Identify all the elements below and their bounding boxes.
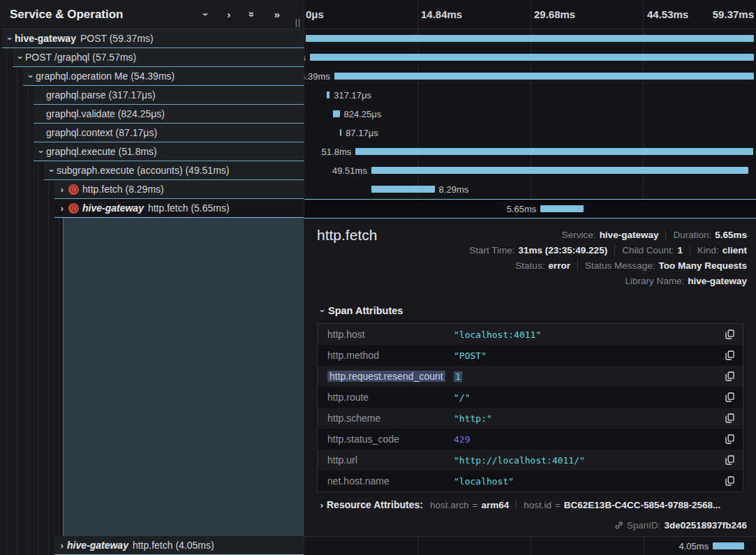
attribute-row[interactable]: http.method"POST" bbox=[318, 345, 743, 366]
link-icon[interactable] bbox=[614, 521, 623, 531]
attribute-row[interactable]: http.route"/" bbox=[318, 387, 743, 408]
timeline-row[interactable]: 4.05ms bbox=[304, 537, 756, 555]
span-row-box[interactable]: graphql.parse (317.17μs) bbox=[34, 86, 304, 105]
tree-row[interactable]: ›hive-gatewayhttp.fetch (4.05ms) bbox=[0, 536, 304, 555]
span-row-box[interactable]: ›subgraph.execute (accounts) (49.51ms) bbox=[44, 161, 304, 180]
operation-label: POST /graphql (57.57ms) bbox=[25, 52, 136, 63]
attribute-key[interactable]: http.scheme bbox=[327, 413, 454, 424]
span-row-box[interactable]: ›hive-gatewayPOST (59.37ms) bbox=[2, 29, 304, 48]
attribute-value[interactable]: "localhost" bbox=[454, 476, 718, 487]
span-bar[interactable] bbox=[371, 186, 435, 193]
copy-icon[interactable] bbox=[718, 371, 734, 381]
copy-icon[interactable] bbox=[718, 330, 734, 339]
span-attributes-table: http.host"localhost:4011"http.method"POS… bbox=[317, 323, 743, 492]
chevron-down-icon[interactable]: › bbox=[16, 52, 25, 62]
operation-label: POST (59.37ms) bbox=[80, 33, 154, 44]
chevron-right-icon[interactable]: › bbox=[227, 9, 230, 20]
attribute-value[interactable]: 429 bbox=[454, 434, 718, 445]
tree-row[interactable]: ›!http.fetch (8.29ms) bbox=[0, 180, 304, 199]
span-row-box[interactable]: graphql.context (87.17μs) bbox=[34, 124, 304, 142]
span-bar[interactable] bbox=[327, 91, 329, 98]
span-bar[interactable] bbox=[306, 35, 754, 42]
timeline-row[interactable] bbox=[304, 29, 756, 48]
chevron-down-icon[interactable]: › bbox=[37, 147, 46, 156]
timeline-row[interactable]: 5.65ms bbox=[304, 199, 756, 218]
attribute-key[interactable]: http.status_code bbox=[327, 434, 454, 445]
copy-icon[interactable] bbox=[718, 350, 734, 360]
attribute-key[interactable]: http.request.resend_count bbox=[327, 371, 454, 382]
attribute-value[interactable]: "localhost:4011" bbox=[454, 330, 718, 340]
attribute-row[interactable]: http.scheme"http:" bbox=[318, 408, 743, 429]
attribute-row[interactable]: http.url"http://localhost:4011/" bbox=[318, 450, 743, 471]
span-bar[interactable] bbox=[355, 148, 753, 155]
span-duration-label: 4.05ms bbox=[679, 537, 709, 555]
panel-resize-handle[interactable]: || bbox=[295, 17, 301, 27]
chevron-right-icon[interactable]: › bbox=[57, 204, 67, 213]
attribute-row[interactable]: http.host"localhost:4011" bbox=[318, 324, 743, 345]
span-bar[interactable] bbox=[713, 542, 744, 549]
copy-icon[interactable] bbox=[718, 392, 734, 402]
timeline-row[interactable]: 87.17μs bbox=[304, 124, 756, 142]
timeline-row[interactable]: 317.17μs bbox=[304, 86, 756, 105]
span-duration-label: 8.29ms bbox=[439, 180, 469, 199]
span-row-box[interactable]: graphql.validate (824.25μs) bbox=[34, 105, 304, 124]
chevron-right-icon[interactable]: › bbox=[57, 185, 67, 194]
tree-row[interactable]: ›POST /graphql (57.57ms) bbox=[0, 48, 304, 67]
span-row-box[interactable]: ›POST /graphql (57.57ms) bbox=[13, 48, 304, 67]
span-row-box[interactable]: ›hive-gatewayhttp.fetch (4.05ms) bbox=[54, 536, 304, 555]
timeline-row[interactable]: 8.29ms bbox=[304, 180, 756, 199]
tree-row[interactable]: ›hive-gatewayPOST (59.37ms) bbox=[0, 29, 304, 48]
attribute-key[interactable]: http.host bbox=[327, 329, 454, 340]
chevron-right-icon[interactable]: › bbox=[317, 501, 327, 510]
attribute-key[interactable]: http.route bbox=[327, 392, 454, 403]
copy-icon[interactable] bbox=[718, 476, 734, 486]
attribute-value[interactable]: "http:" bbox=[454, 413, 718, 424]
chevron-down-icon[interactable]: › bbox=[6, 34, 15, 43]
tree-row[interactable]: ›subgraph.execute (accounts) (49.51ms) bbox=[0, 161, 304, 180]
span-bar[interactable] bbox=[333, 110, 340, 117]
span-bar[interactable] bbox=[540, 205, 584, 212]
span-bar[interactable] bbox=[310, 54, 754, 61]
timeline-row[interactable]: 824.25μs bbox=[304, 105, 756, 124]
attribute-row[interactable]: http.status_code429 bbox=[318, 429, 743, 450]
attribute-value[interactable]: "/" bbox=[454, 392, 718, 403]
resource-attributes-row[interactable]: ›Resource Attributes:host.arch=arm64host… bbox=[317, 499, 744, 510]
chevron-down-icon[interactable]: › bbox=[27, 71, 36, 81]
span-row-box[interactable]: ›graphql.execute (51.8ms) bbox=[34, 142, 304, 161]
tree-row[interactable]: graphql.validate (824.25μs) bbox=[0, 105, 304, 124]
double-chevron-right-icon[interactable]: » bbox=[274, 9, 280, 20]
span-row-box[interactable]: ›graphql.operation Me (54.39ms) bbox=[23, 67, 304, 86]
attribute-key[interactable]: http.method bbox=[327, 350, 454, 361]
attribute-value[interactable]: "http://localhost:4011/" bbox=[454, 455, 718, 466]
tree-row[interactable]: ›!hive-gatewayhttp.fetch (5.65ms) bbox=[0, 199, 304, 218]
attribute-row[interactable]: net.host.name"localhost" bbox=[318, 471, 743, 491]
copy-icon[interactable] bbox=[718, 413, 734, 423]
chevron-down-icon[interactable]: › bbox=[47, 165, 57, 175]
attribute-key[interactable]: http.url bbox=[327, 454, 454, 466]
tree-row[interactable]: ›graphql.operation Me (54.39ms) bbox=[0, 67, 304, 86]
timeline-row[interactable]: 54.39ms bbox=[304, 67, 756, 86]
span-bar[interactable] bbox=[340, 129, 341, 136]
tree-row[interactable]: graphql.parse (317.17μs) bbox=[0, 86, 304, 105]
timeline-row[interactable]: 49.51ms bbox=[304, 161, 756, 180]
span-row-box[interactable]: ›!http.fetch (8.29ms) bbox=[54, 180, 304, 199]
timeline-row[interactable]: 57.57ms bbox=[304, 48, 756, 67]
span-attributes-header[interactable]: › Span Attributes bbox=[317, 305, 403, 316]
span-bar[interactable] bbox=[334, 73, 754, 80]
attribute-row[interactable]: http.request.resend_count1 bbox=[318, 366, 743, 387]
tree-row[interactable]: graphql.context (87.17μs) bbox=[0, 124, 304, 142]
span-bar[interactable] bbox=[371, 167, 748, 174]
copy-icon[interactable] bbox=[718, 455, 734, 465]
service-name: hive-gateway bbox=[15, 33, 76, 44]
double-chevron-down-icon[interactable]: » bbox=[247, 11, 258, 17]
attribute-key[interactable]: net.host.name bbox=[327, 475, 454, 487]
span-row-box[interactable]: ›!hive-gatewayhttp.fetch (5.65ms) bbox=[54, 199, 304, 218]
timeline-row[interactable]: 51.8ms bbox=[304, 142, 756, 161]
chevron-down-icon[interactable]: › bbox=[201, 13, 212, 16]
attribute-value[interactable]: 1 bbox=[454, 371, 718, 382]
chevron-right-icon[interactable]: › bbox=[57, 541, 67, 550]
tree-row[interactable]: ›graphql.execute (51.8ms) bbox=[0, 142, 304, 161]
copy-icon[interactable] bbox=[718, 434, 734, 444]
attribute-value[interactable]: "POST" bbox=[454, 350, 718, 361]
operation-label: http.fetch (4.05ms) bbox=[133, 540, 214, 551]
